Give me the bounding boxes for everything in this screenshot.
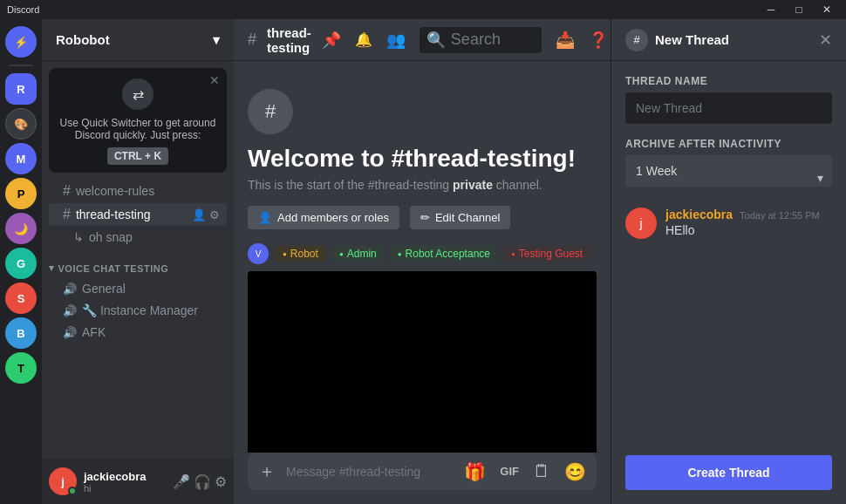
voice-channel-label: General: [82, 282, 126, 296]
user-controls: 🎤 🎧 ⚙: [173, 473, 227, 490]
user-tag-label: hi: [84, 483, 166, 494]
headphones-icon[interactable]: 🎧: [194, 473, 211, 490]
search-placeholder: Search: [451, 31, 501, 49]
welcome-description: This is the start of the #thread-testing…: [248, 178, 597, 192]
voice-channel-general[interactable]: 🔊 General: [49, 278, 227, 299]
thread-content: THREAD NAME ARCHIVE AFTER INACTIVITY 1 H…: [611, 61, 846, 455]
media-content-box: [248, 271, 597, 453]
thread-hash-icon: #: [625, 29, 648, 51]
settings-icon[interactable]: ⚙: [215, 473, 227, 490]
thread-msg-text: HEllo: [665, 223, 832, 237]
shortcut-badge: CTRL + K: [107, 147, 168, 165]
pencil-icon: ✏: [420, 211, 430, 224]
category-label: VOICE CHAT TESTING: [58, 263, 169, 274]
chat-header: # thread-testing 📌 🔔 👥 🔍 Search 📥 ❓: [234, 19, 611, 61]
title-bar: Discord ─ □ ✕: [0, 0, 846, 19]
archive-select-wrapper: 1 Hour 24 Hours 3 Days 1 Week: [625, 155, 832, 201]
server-icon-4[interactable]: 🌙: [5, 213, 37, 244]
gift-icon[interactable]: 🎁: [461, 454, 489, 489]
add-members-button[interactable]: 👤 Add members or roles: [248, 206, 399, 229]
thread-msg-header: jackiecobra Today at 12:55 PM: [665, 208, 832, 221]
home-button[interactable]: ⚡: [5, 26, 37, 58]
thread-msg-avatar: j: [625, 208, 657, 239]
chat-content: # Welcome to #thread-testing! This is th…: [234, 61, 611, 453]
quick-switcher-text: Use Quick Switcher to get around Discord…: [59, 117, 216, 141]
server-icon-6[interactable]: S: [5, 283, 37, 314]
search-bar[interactable]: 🔍 Search: [420, 27, 542, 53]
app-title: Discord: [7, 4, 39, 15]
message-input[interactable]: [286, 454, 454, 489]
voice-channel-label: AFK: [82, 325, 106, 339]
add-member-icon[interactable]: 👤: [192, 208, 206, 221]
chat-input-box: ＋ 🎁 GIF 🗒 😊: [248, 453, 597, 490]
add-attachment-button[interactable]: ＋: [255, 453, 279, 490]
server-icon-5[interactable]: G: [5, 248, 37, 279]
voice-category-header[interactable]: ▾ VOICE CHAT TESTING: [42, 249, 234, 277]
server-icon-2[interactable]: M: [5, 143, 37, 174]
mic-icon[interactable]: 🎤: [173, 473, 190, 490]
archive-select[interactable]: 1 Hour 24 Hours 3 Days 1 Week: [625, 155, 832, 187]
thread-panel: # New Thread ✕ THREAD NAME ARCHIVE AFTER…: [611, 19, 846, 504]
server-list: ⚡ R 🎨 M P 🌙 G S B T: [0, 19, 42, 504]
reply-icon: ↳: [73, 230, 84, 244]
channel-sidebar: Robobot ▾ ✕ ⇄ Use Quick Switcher to get …: [42, 19, 234, 504]
members-icon[interactable]: 👥: [386, 31, 406, 50]
pin-icon[interactable]: 📌: [322, 31, 341, 50]
user-panel: j jackiecobra hi 🎤 🎧 ⚙: [42, 459, 234, 504]
channel-name-label: oh snap: [89, 230, 133, 244]
server-divider: [9, 65, 33, 66]
thread-name-input[interactable]: [625, 92, 832, 124]
chevron-down-icon: ▾: [213, 32, 220, 48]
quick-switcher-tooltip: ✕ ⇄ Use Quick Switcher to get around Dis…: [49, 68, 227, 173]
server-icon-1[interactable]: 🎨: [5, 108, 37, 140]
volume-icon: 🔊: [63, 326, 77, 339]
member-avatar: V: [248, 243, 269, 264]
role-badge-robot: ● Robot: [276, 246, 325, 262]
thread-close-button[interactable]: ✕: [819, 31, 832, 50]
server-icon-8[interactable]: T: [5, 352, 37, 384]
main-chat: # thread-testing 📌 🔔 👥 🔍 Search 📥 ❓ # We…: [234, 19, 611, 504]
switcher-arrows-icon: ⇄: [122, 78, 154, 110]
inbox-icon[interactable]: 📥: [556, 31, 575, 50]
thread-header-left: # New Thread: [625, 29, 729, 51]
channel-thread-testing[interactable]: # thread-testing 👤 ⚙: [49, 203, 227, 226]
help-icon[interactable]: ❓: [589, 31, 608, 50]
server-name-header[interactable]: Robobot ▾: [42, 19, 234, 61]
server-icon-3[interactable]: P: [5, 178, 37, 209]
server-icon-7[interactable]: B: [5, 317, 37, 349]
role-badge-admin: ● Admin: [332, 246, 384, 262]
close-button[interactable]: ✕: [815, 2, 839, 17]
emoji-icon[interactable]: 😊: [561, 454, 590, 489]
settings-icon[interactable]: ⚙: [209, 208, 220, 221]
chat-input-area: ＋ 🎁 GIF 🗒 😊: [234, 453, 611, 504]
channel-hash-icon: #: [248, 31, 256, 49]
discord-icon: ⚡: [14, 36, 28, 49]
channel-name-label: thread-testing: [76, 208, 151, 221]
channel-name-label: welcome-rules: [76, 184, 154, 198]
create-thread-button[interactable]: Create Thread: [625, 455, 832, 490]
voice-channel-afk[interactable]: 🔊 AFK: [49, 322, 227, 343]
voice-channel-instance-manager[interactable]: 🔊 🔧 Instance Manager: [49, 300, 227, 321]
username-label: jackiecobra: [84, 470, 166, 483]
members-row: V ● Robot ● Admin ● Robot Acceptance ●: [248, 243, 597, 264]
maximize-button[interactable]: □: [787, 2, 811, 17]
server-icon-0[interactable]: R: [5, 73, 37, 105]
voice-channel-label: 🔧 Instance Manager: [82, 303, 198, 317]
volume-icon: 🔊: [63, 283, 77, 296]
hash-icon: #: [63, 183, 71, 199]
welcome-actions: 👤 Add members or roles ✏ Edit Channel: [248, 206, 597, 229]
minimize-button[interactable]: ─: [759, 2, 783, 17]
sticker-icon[interactable]: 🗒: [529, 454, 554, 488]
role-badge-robot-acceptance: ● Robot Acceptance: [391, 246, 497, 262]
channel-oh-snap[interactable]: ↳ oh snap: [49, 227, 227, 248]
server-name-label: Robobot: [56, 32, 110, 47]
search-icon: 🔍: [426, 31, 446, 50]
welcome-section: # Welcome to #thread-testing! This is th…: [248, 75, 597, 453]
close-tooltip-button[interactable]: ✕: [209, 73, 220, 87]
channel-welcome-rules[interactable]: # welcome-rules: [49, 180, 227, 202]
gif-icon[interactable]: GIF: [496, 458, 522, 485]
bell-icon[interactable]: 🔔: [355, 31, 372, 48]
person-add-icon: 👤: [258, 211, 272, 224]
chevron-icon: ▾: [49, 262, 55, 274]
edit-channel-button[interactable]: ✏ Edit Channel: [410, 206, 510, 229]
